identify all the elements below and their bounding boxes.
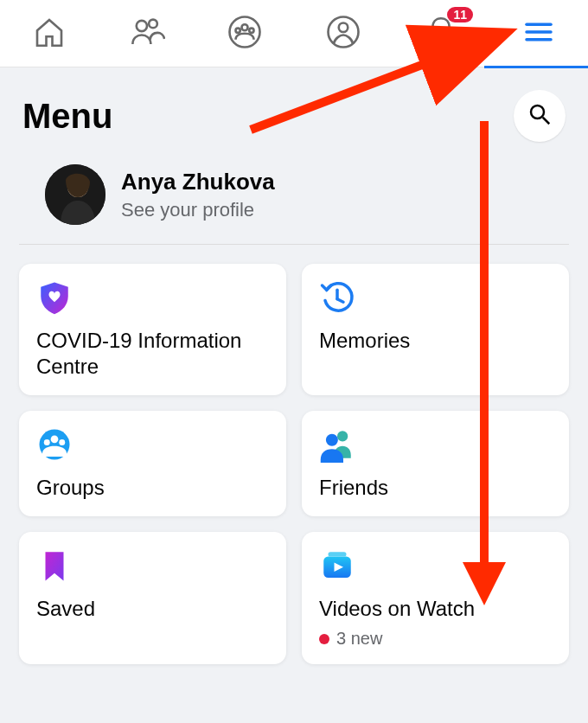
card-covid[interactable]: COVID-19 Information Centre	[19, 264, 286, 395]
card-label: Videos on Watch	[319, 596, 552, 622]
svg-point-21	[337, 431, 348, 441]
profile-text: Anya Zhukova See your profile	[121, 169, 275, 221]
friends-icon	[129, 14, 165, 54]
search-icon	[527, 101, 553, 131]
svg-point-4	[236, 28, 240, 32]
profile-icon	[325, 14, 361, 54]
hamburger-icon	[521, 14, 557, 54]
card-label: COVID-19 Information Centre	[36, 328, 269, 380]
menu-cards: COVID-19 Information Centre Memories Gro…	[0, 245, 588, 683]
svg-line-16	[337, 299, 343, 303]
nav-menu[interactable]	[517, 12, 560, 55]
svg-line-12	[543, 118, 550, 125]
svg-point-20	[59, 439, 65, 445]
card-label: Saved	[36, 596, 269, 622]
card-sub-text: 3 new	[336, 629, 382, 649]
bookmark-icon	[36, 547, 73, 584]
top-nav: 11	[0, 0, 588, 67]
svg-rect-24	[329, 552, 347, 556]
svg-point-22	[326, 434, 338, 446]
card-label: Groups	[36, 475, 269, 501]
svg-point-0	[137, 20, 147, 30]
search-button[interactable]	[514, 90, 566, 142]
svg-point-18	[51, 436, 59, 444]
video-watch-icon	[319, 547, 355, 584]
nav-groups[interactable]	[223, 12, 266, 55]
svg-point-2	[230, 16, 260, 47]
card-sublabel: 3 new	[319, 629, 552, 649]
svg-point-1	[149, 19, 157, 28]
groups-icon	[227, 14, 263, 54]
svg-point-11	[531, 106, 544, 118]
svg-point-19	[44, 439, 50, 445]
page-title: Menu	[22, 97, 112, 136]
card-saved[interactable]: Saved	[19, 532, 286, 664]
profile-name: Anya Zhukova	[121, 169, 275, 195]
card-label: Friends	[319, 475, 552, 501]
clock-rewind-icon	[319, 279, 355, 316]
card-groups[interactable]: Groups	[19, 411, 286, 516]
groups-circle-icon	[36, 426, 73, 463]
notifications-badge: 11	[447, 7, 473, 22]
nav-friends[interactable]	[125, 12, 169, 55]
nav-profile[interactable]	[322, 12, 365, 55]
two-people-icon	[319, 426, 355, 463]
profile-row[interactable]: Anya Zhukova See your profile	[19, 150, 569, 245]
card-videos[interactable]: Videos on Watch 3 new	[302, 532, 569, 664]
avatar	[45, 164, 105, 225]
svg-point-3	[242, 24, 248, 30]
card-friends[interactable]: Friends	[302, 411, 569, 516]
home-icon	[31, 14, 67, 54]
active-tab-indicator	[484, 66, 588, 68]
menu-header: Menu	[0, 67, 588, 150]
nav-notifications[interactable]: 11	[419, 12, 463, 55]
svg-point-5	[250, 28, 254, 32]
new-dot-icon	[319, 634, 329, 644]
nav-home[interactable]	[28, 12, 71, 55]
card-memories[interactable]: Memories	[302, 264, 569, 395]
shield-heart-icon	[36, 279, 73, 316]
svg-point-7	[338, 22, 348, 32]
card-label: Memories	[319, 328, 552, 354]
profile-subtitle: See your profile	[121, 199, 275, 221]
